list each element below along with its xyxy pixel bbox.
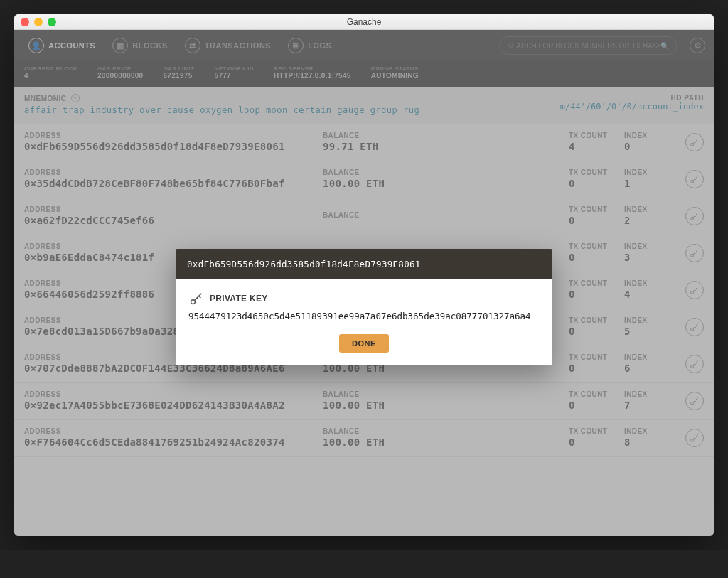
done-button[interactable]: DONE	[339, 334, 389, 353]
app-window: Ganache 👤 ACCOUNTS ▦ BLOCKS ⇄ TRANSACTIO…	[14, 14, 714, 536]
private-key-value: 9544479123d4650c5d4e51189391ee99a7a07e6d…	[188, 311, 540, 321]
svg-point-9	[191, 300, 195, 304]
modal-address: 0xdFb659D556d926dd3585d0f18d4F8eD7939E80…	[176, 249, 552, 279]
key-icon	[188, 291, 204, 306]
titlebar: Ganache	[14, 14, 714, 30]
private-key-label: PRIVATE KEY	[210, 294, 268, 304]
window-title: Ganache	[14, 17, 714, 27]
app-body: 👤 ACCOUNTS ▦ BLOCKS ⇄ TRANSACTIONS ≣ LOG…	[14, 30, 714, 536]
private-key-modal: 0xdFb659D556d926dd3585d0f18d4F8eD7939E80…	[176, 249, 552, 365]
